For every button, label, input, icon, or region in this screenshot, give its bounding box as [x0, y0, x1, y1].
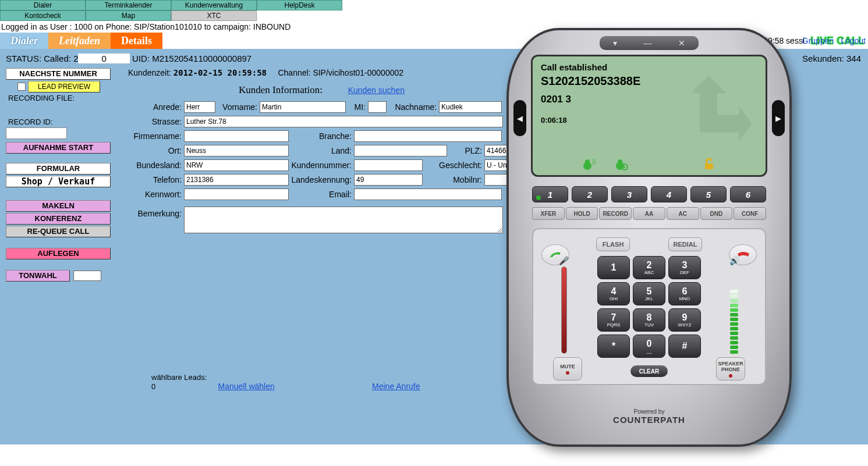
redial-button[interactable]: REDIAL	[668, 237, 702, 251]
tab-leitfaden[interactable]: Leitfaden	[48, 33, 111, 49]
dnd-button[interactable]: DND	[700, 207, 733, 220]
ort-input[interactable]	[184, 145, 289, 156]
tonwahl-input[interactable]	[73, 271, 101, 281]
arrow-right-button[interactable]: ▶	[772, 100, 785, 136]
key-3[interactable]: 3DEF	[668, 256, 701, 279]
key-5[interactable]: 5JKL	[633, 282, 665, 305]
menu-xtc[interactable]: XTC	[171, 10, 257, 21]
nachname-input[interactable]	[439, 101, 502, 113]
strasse-label: Strasse:	[128, 117, 184, 126]
tab-dialer[interactable]: Dialer	[0, 33, 48, 49]
lead-preview-button[interactable]: LEAD PREVIEW	[28, 81, 100, 93]
nachname-label: Nachname:	[387, 102, 439, 112]
speaker-level	[730, 266, 738, 354]
line-3-button[interactable]: 3	[611, 186, 647, 202]
menu-map[interactable]: Map	[86, 10, 171, 21]
close-icon[interactable]: ✕	[678, 38, 685, 48]
email-input[interactable]	[354, 188, 502, 200]
line-4-button[interactable]: 4	[651, 186, 687, 202]
hold-button[interactable]: HOLD	[566, 207, 598, 220]
xfer-button[interactable]: XFER	[532, 207, 565, 220]
firmenname-input[interactable]	[184, 130, 289, 142]
key-0[interactable]: 0__	[633, 335, 665, 358]
land-input[interactable]	[354, 145, 447, 156]
aufnahme-start-button[interactable]: AUFNAHME START	[6, 142, 111, 154]
flash-button[interactable]: FLASH	[596, 237, 630, 251]
anrede-input[interactable]	[184, 101, 215, 113]
key-9[interactable]: 9WXYZ	[668, 308, 701, 332]
line-1-button[interactable]: 1	[532, 186, 568, 202]
kundennummer-label: Kundennummer:	[289, 161, 354, 170]
landeskennung-input[interactable]	[354, 174, 423, 186]
key-8[interactable]: 8TUV	[633, 308, 665, 332]
auflegen-button[interactable]: AUFLEGEN	[6, 248, 111, 259]
shop-verkauf-button[interactable]: Shop / Verkauf	[6, 176, 111, 187]
waehlbare-leads-value: 0	[151, 382, 155, 391]
channel-label: Channel:	[278, 68, 310, 77]
strasse-input[interactable]	[184, 116, 503, 127]
anrede-label: Anrede:	[128, 102, 184, 112]
minimize-icon[interactable]: —	[643, 38, 651, 48]
meine-anrufe-link[interactable]: Meine Anrufe	[372, 382, 420, 391]
kundenzeit-value: 2012-02-15 20:59:58	[173, 68, 267, 77]
line-5-button[interactable]: 5	[690, 186, 727, 202]
email-label: Email:	[289, 190, 354, 199]
key-1[interactable]: 1	[597, 256, 630, 279]
requeue-call-button[interactable]: RE-QUEUE CALL	[6, 226, 111, 237]
line-6-button[interactable]: 6	[730, 186, 766, 202]
branche-input[interactable]	[354, 130, 502, 142]
clear-button[interactable]: CLEAR	[630, 365, 668, 377]
conf-button[interactable]: CONF	[734, 207, 766, 220]
speakerphone-button[interactable]: SPEAKERPHONE	[716, 357, 745, 380]
mute-button[interactable]: MUTE	[553, 357, 582, 380]
telefon-input[interactable]	[184, 174, 289, 186]
record-button[interactable]: RECORD	[599, 207, 632, 220]
menu-terminkalender[interactable]: Terminkalender	[86, 0, 171, 10]
kunden-suchen-link[interactable]: Kunden suchen	[348, 86, 405, 95]
formular-button[interactable]: FORMULAR	[6, 163, 111, 175]
channel-value: SIP/vicihost01-00000002	[313, 68, 403, 77]
key-hash[interactable]: #	[668, 335, 701, 358]
makeln-button[interactable]: MAKELN	[6, 200, 111, 212]
bundesland-input[interactable]	[184, 159, 289, 171]
dropdown-icon[interactable]: ▾	[613, 38, 617, 48]
link-gruppen[interactable]: Gruppen	[802, 36, 834, 45]
menu-dialer[interactable]: Dialer	[0, 0, 86, 10]
bemerkung-textarea[interactable]	[184, 207, 503, 233]
mi-input[interactable]	[368, 101, 387, 113]
line-2-button[interactable]: 2	[572, 186, 608, 202]
menu-kundenverwaltung[interactable]: Kundenverwaltung	[171, 0, 257, 10]
kundennummer-input[interactable]	[354, 159, 423, 171]
ac-button[interactable]: AC	[667, 207, 699, 220]
speaker-icon: 🔊	[729, 256, 739, 265]
recording-file-label: RECORDING FILE:	[8, 94, 118, 102]
key-7[interactable]: 7PQRS	[597, 308, 630, 332]
menu-kontocheck[interactable]: Kontocheck	[0, 10, 86, 21]
svg-rect-7	[705, 163, 713, 169]
konferenz-button[interactable]: KONFERENZ	[6, 213, 111, 225]
tab-details[interactable]: Details	[111, 33, 162, 49]
vorname-input[interactable]	[260, 101, 346, 113]
softphone: ▾ — ✕ ◀ ▶ Call established S120215205338…	[506, 28, 792, 447]
key-6[interactable]: 6MNO	[668, 282, 701, 305]
vorname-label: Vorname:	[215, 102, 260, 112]
record-id-input[interactable]	[6, 127, 67, 139]
link-logout[interactable]: Logout	[841, 36, 866, 45]
kennwort-label: Kennwort:	[128, 190, 184, 199]
arrow-left-button[interactable]: ◀	[513, 100, 526, 136]
key-star[interactable]: *	[597, 335, 630, 358]
aa-button[interactable]: AA	[633, 207, 665, 220]
key-2[interactable]: 2ABC	[633, 256, 665, 279]
key-4[interactable]: 4GHI	[597, 282, 630, 305]
naechste-nummer-button[interactable]: NAECHSTE NUMMER	[6, 68, 111, 80]
svg-text:+: +	[623, 164, 626, 170]
manuell-waehlen-link[interactable]: Manuell wählen	[218, 382, 274, 391]
landeskennung-label: Landeskennung:	[289, 175, 354, 184]
lead-preview-checkbox[interactable]	[17, 83, 26, 91]
svg-text:)): ))	[592, 158, 596, 165]
tonwahl-button[interactable]: TONWAHL	[6, 270, 70, 282]
mic-slider[interactable]	[561, 266, 567, 354]
kennwort-input[interactable]	[184, 188, 289, 200]
svg-point-4	[618, 159, 622, 164]
menu-helpdesk[interactable]: HelpDesk	[257, 0, 342, 10]
